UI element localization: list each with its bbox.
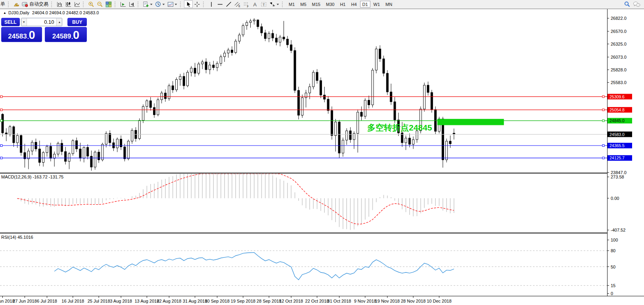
svg-text:273.58: 273.58: [611, 175, 624, 179]
date-label: 31 Aug 2018: [183, 299, 207, 303]
date-label: 19 Sep 2018: [231, 299, 255, 303]
crosshair-button[interactable]: [193, 0, 201, 8]
svg-text:26822.0: 26822.0: [611, 16, 627, 21]
line-chart-button[interactable]: [73, 0, 81, 8]
volume-up-button[interactable]: ▲: [56, 18, 62, 26]
arrows-button[interactable]: [268, 0, 280, 8]
channel-button[interactable]: E: [233, 0, 242, 8]
search-icon: [624, 1, 631, 8]
caret-down-icon[interactable]: [276, 3, 279, 6]
chat-icon: [633, 1, 640, 8]
new-order-button[interactable]: 单: [0, 1, 6, 8]
svg-text:25583.0: 25583.0: [611, 80, 627, 85]
toolbar-group-grip: [282, 2, 285, 7]
sell-price-button[interactable]: 24583.0: [1, 27, 42, 42]
svg-text:E: E: [239, 4, 241, 7]
timeframe-m1-button[interactable]: M1: [286, 1, 297, 8]
chinese-annotation[interactable]: 多空转折点24845: [367, 123, 432, 132]
templates-icon: [167, 1, 174, 8]
highlight-rectangle[interactable]: [437, 119, 504, 125]
chart-title: ▲ DJ30,Daily 24604.0 24694.0 24482.0 245…: [3, 10, 99, 15]
sell-button[interactable]: SELL: [1, 18, 20, 26]
cursor-button[interactable]: [184, 0, 193, 8]
main-toolbar: 单 自动交易EFAT M1M5M15M30H1H4D1W1MN: [0, 0, 644, 9]
buy-price-button[interactable]: 24589.0: [45, 27, 87, 42]
timeframe-toolbar: M1M5M15M30H1H4D1W1MN: [280, 1, 395, 8]
date-label: 12 Oct 2018: [279, 299, 303, 303]
new-chart-button[interactable]: [142, 0, 154, 8]
date-label: 9 Nov 2018: [354, 299, 376, 303]
timeframe-d1-button[interactable]: D1: [360, 1, 370, 8]
date-label: 22 Aug 2018: [157, 299, 182, 303]
chart-canvas[interactable]: 多空转折点2484526822.026570.026325.026073.025…: [0, 9, 644, 305]
date-label: 3 Aug 2018: [110, 299, 132, 303]
vertical-line-button[interactable]: [207, 0, 216, 8]
svg-text:80: 80: [611, 248, 615, 253]
chat-button[interactable]: [632, 0, 642, 8]
candlestick-button[interactable]: [64, 0, 73, 8]
zoom-out-button[interactable]: [96, 0, 104, 8]
timeframe-w1-button[interactable]: W1: [371, 1, 383, 8]
svg-text:15: 15: [611, 283, 615, 288]
ohlc-values: 24604.0 24694.0 24482.0 24583.0: [32, 10, 99, 15]
timeframe-m15-button[interactable]: M15: [310, 1, 323, 8]
chart-shift-button[interactable]: [127, 0, 136, 8]
timeframe-mn-button[interactable]: MN: [383, 1, 395, 8]
date-label: 13 Aug 2018: [135, 299, 159, 303]
zoom-in-icon: [88, 1, 94, 8]
svg-text:25054.8: 25054.8: [610, 107, 625, 112]
svg-text:24583.0: 24583.0: [610, 132, 625, 137]
caret-down-icon[interactable]: [162, 3, 165, 6]
toolbar-group-grip: [8, 2, 11, 7]
timeframe-h1-button[interactable]: H1: [337, 1, 348, 8]
tile-windows-button[interactable]: [104, 0, 113, 8]
toolbar-right: [623, 0, 644, 8]
timeframe-m5-button[interactable]: M5: [298, 1, 309, 8]
text-button[interactable]: A: [251, 0, 259, 8]
text-label-button[interactable]: T: [259, 0, 268, 8]
caret-down-icon[interactable]: [174, 3, 177, 6]
horizontal-line-button[interactable]: [216, 0, 224, 8]
search-button[interactable]: [623, 0, 632, 8]
autoscroll-button[interactable]: [119, 0, 127, 8]
volume-down-button[interactable]: ▼: [21, 18, 27, 26]
trendline-button[interactable]: [224, 0, 233, 8]
sell-price-pips: 0: [29, 30, 35, 40]
timeframe-m30-button[interactable]: M30: [324, 1, 337, 8]
svg-text:23847.0: 23847.0: [611, 170, 627, 175]
templates-button[interactable]: [166, 0, 178, 8]
volume-stepper: ▼ 0.10 ▲: [21, 18, 63, 26]
horizontal-line-icon: [217, 1, 223, 8]
vertical-line-icon: [208, 1, 215, 8]
date-label: 28 Sep 2018: [257, 299, 281, 303]
date-label: 19 Nov 2018: [375, 299, 400, 303]
bar-chart-icon: [56, 1, 63, 8]
caret-down-icon[interactable]: [150, 3, 153, 6]
sell-price-main: 24583: [8, 33, 27, 40]
volume-input[interactable]: 0.10: [27, 18, 57, 26]
fibonacci-button[interactable]: F: [242, 0, 251, 8]
buy-price-pips: 0: [73, 30, 79, 40]
date-label: 25 Jul 2018: [88, 299, 110, 303]
gold-icon: [13, 1, 19, 8]
gold-button[interactable]: [12, 0, 21, 8]
timeframe-h4-button[interactable]: H4: [349, 1, 359, 8]
autoscroll-icon: [120, 1, 126, 8]
rsi-label: RSI(14) 45.1016: [1, 235, 33, 240]
buy-button[interactable]: BUY: [67, 18, 87, 26]
date-label: 22 Oct 2018: [305, 299, 329, 303]
svg-text:50: 50: [611, 265, 615, 269]
svg-text:F: F: [247, 5, 249, 8]
bar-chart-button[interactable]: [55, 0, 64, 8]
periods-button[interactable]: [154, 0, 166, 8]
svg-text:100: 100: [611, 238, 618, 242]
date-label: 10 Sep 2018: [205, 299, 229, 303]
svg-text:24845.0: 24845.0: [610, 118, 625, 123]
zoom-in-button[interactable]: [87, 0, 96, 8]
autotrading-button[interactable]: 自动交易: [21, 0, 50, 8]
toolbar-group-grip: [115, 2, 117, 7]
svg-text:0: 0: [611, 291, 613, 296]
collapse-arrow-icon[interactable]: ▲: [3, 11, 6, 15]
svg-text:26073.0: 26073.0: [611, 55, 627, 59]
chart-background: [0, 9, 644, 305]
